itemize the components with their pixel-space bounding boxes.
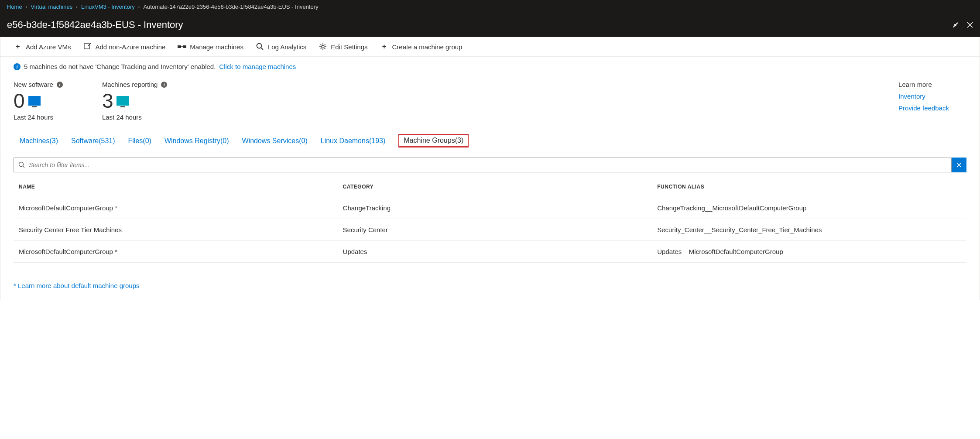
vm-icon: [117, 96, 129, 106]
machine-groups-table: NAME CATEGORY FUNCTION ALIAS MicrosoftDe…: [14, 177, 966, 263]
svg-rect-1: [178, 45, 181, 48]
info-icon[interactable]: i: [161, 82, 167, 88]
add-azure-vms-button[interactable]: + Add Azure VMs: [14, 42, 71, 51]
cell-name: MicrosoftDefaultComputerGroup *: [14, 197, 338, 219]
tab-software[interactable]: Software(531): [71, 136, 115, 146]
svg-point-3: [257, 44, 261, 48]
vm-icon: [28, 96, 41, 106]
external-add-icon: [83, 42, 92, 51]
table-row[interactable]: MicrosoftDefaultComputerGroup * Updates …: [14, 241, 966, 263]
breadcrumb-home[interactable]: Home: [7, 3, 22, 10]
gear-icon: [319, 42, 327, 51]
stat-sub: Last 24 hours: [102, 113, 168, 121]
breadcrumb: Home › Virtual machines › LinuxVM3 - Inv…: [7, 3, 319, 10]
info-text: 5 machines do not have 'Change Tracking …: [24, 63, 216, 70]
chevron-right-icon: ›: [138, 4, 140, 9]
tab-linux-daemons[interactable]: Linux Daemons(193): [321, 136, 386, 146]
tab-machines[interactable]: Machines(3): [20, 136, 58, 146]
create-machine-group-button[interactable]: + Create a machine group: [380, 42, 463, 51]
add-non-azure-button[interactable]: Add non-Azure machine: [83, 42, 165, 51]
toolbar-label: Add non-Azure machine: [95, 43, 165, 51]
search-box[interactable]: [14, 158, 952, 172]
footer-link[interactable]: * Learn more about default machine group…: [0, 271, 980, 300]
cell-category: Security Center: [338, 219, 652, 241]
tab-machine-groups[interactable]: Machine Groups(3): [398, 134, 469, 147]
search-row: [0, 152, 980, 172]
table-row[interactable]: MicrosoftDefaultComputerGroup * ChangeTr…: [14, 197, 966, 219]
learn-link-feedback[interactable]: Provide feedback: [898, 104, 949, 112]
close-icon[interactable]: [967, 22, 973, 28]
cell-name: Security Center Free Tier Machines: [14, 219, 338, 241]
page-title: e56-b3de-1f5842ae4a3b-EUS - Inventory: [7, 19, 183, 31]
stats-row: New softwarei 0 Last 24 hours Machines r…: [0, 76, 980, 130]
col-name[interactable]: NAME: [14, 177, 338, 197]
tab-windows-registry[interactable]: Windows Registry(0): [164, 136, 229, 146]
chevron-right-icon: ›: [26, 4, 27, 9]
learn-link-inventory[interactable]: Inventory: [898, 93, 949, 100]
manage-machines-button[interactable]: Manage machines: [178, 42, 243, 51]
breadcrumb-current: Automate-147a22e9-2356-4e56-b3de-1f5842a…: [143, 3, 318, 10]
toolbar-label: Add Azure VMs: [26, 43, 71, 51]
tab-windows-services[interactable]: Windows Services(0): [242, 136, 307, 146]
toolbar-label: Create a machine group: [392, 43, 463, 51]
cell-alias: Security_Center__Security_Center_Free_Ti…: [652, 219, 966, 241]
cell-alias: Updates__MicrosoftDefaultComputerGroup: [652, 241, 966, 263]
cell-category: Updates: [338, 241, 652, 263]
info-link[interactable]: Click to manage machines: [219, 63, 296, 70]
search-clear-button[interactable]: [952, 158, 966, 172]
stat-new-software: New softwarei 0 Last 24 hours: [14, 81, 63, 121]
info-icon: i: [14, 63, 21, 70]
svg-point-4: [322, 45, 324, 48]
info-icon[interactable]: i: [57, 82, 63, 88]
cell-category: ChangeTracking: [338, 197, 652, 219]
plus-icon: +: [380, 42, 389, 51]
toolbar-label: Edit Settings: [331, 43, 367, 51]
toolbar-label: Manage machines: [190, 43, 243, 51]
table-row[interactable]: Security Center Free Tier Machines Secur…: [14, 219, 966, 241]
tabs: Machines(3) Software(531) Files(0) Windo…: [0, 130, 980, 152]
search-icon: [256, 42, 264, 51]
title-bar: e56-b3de-1f5842ae4a3b-EUS - Inventory: [0, 13, 980, 37]
plus-icon: +: [14, 42, 22, 51]
breadcrumb-vms[interactable]: Virtual machines: [31, 3, 72, 10]
col-category[interactable]: CATEGORY: [338, 177, 652, 197]
col-alias[interactable]: FUNCTION ALIAS: [652, 177, 966, 197]
pin-icon[interactable]: [951, 20, 961, 30]
stat-label: New software: [14, 81, 53, 88]
svg-rect-2: [183, 45, 186, 48]
cell-alias: ChangeTracking__MicrosoftDefaultComputer…: [652, 197, 966, 219]
manage-icon: [178, 42, 186, 51]
stat-label: Machines reporting: [102, 81, 158, 88]
cell-name: MicrosoftDefaultComputerGroup *: [14, 241, 338, 263]
stat-value: 0: [14, 91, 25, 111]
search-input[interactable]: [29, 161, 947, 168]
stat-value: 3: [102, 91, 113, 111]
toolbar: + Add Azure VMs Add non-Azure machine Ma…: [0, 37, 980, 57]
breadcrumb-vm-inventory[interactable]: LinuxVM3 - Inventory: [81, 3, 135, 10]
edit-settings-button[interactable]: Edit Settings: [319, 42, 367, 51]
breadcrumb-bar: Home › Virtual machines › LinuxVM3 - Inv…: [0, 0, 980, 13]
search-icon: [18, 161, 25, 168]
log-analytics-button[interactable]: Log Analytics: [256, 42, 306, 51]
tab-files[interactable]: Files(0): [128, 136, 151, 146]
learn-more-title: Learn more: [898, 81, 949, 88]
svg-rect-0: [84, 44, 89, 49]
toolbar-label: Log Analytics: [268, 43, 306, 51]
info-banner: i 5 machines do not have 'Change Trackin…: [0, 57, 980, 76]
chevron-right-icon: ›: [76, 4, 78, 9]
close-icon: [956, 162, 962, 168]
learn-more: Learn more Inventory Provide feedback: [898, 81, 966, 121]
stat-machines-reporting: Machines reportingi 3 Last 24 hours: [102, 81, 168, 121]
stat-sub: Last 24 hours: [14, 113, 63, 121]
